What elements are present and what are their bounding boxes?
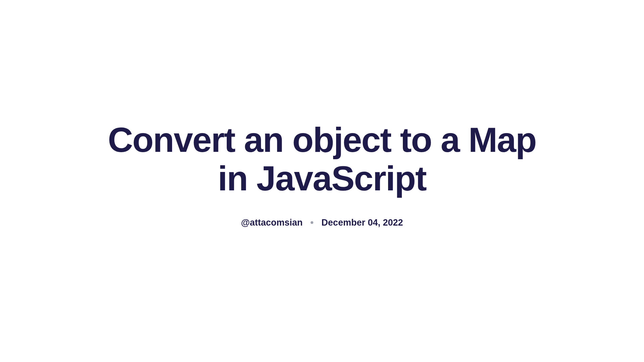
author-handle: @attacomsian	[241, 218, 303, 228]
page-title: Convert an object to a Map in JavaScript	[104, 121, 540, 197]
publish-date: December 04, 2022	[321, 218, 403, 228]
dot-separator-icon	[311, 221, 313, 224]
document-container: Convert an object to a Map in JavaScript…	[104, 121, 540, 228]
meta-row: @attacomsian December 04, 2022	[241, 218, 403, 228]
